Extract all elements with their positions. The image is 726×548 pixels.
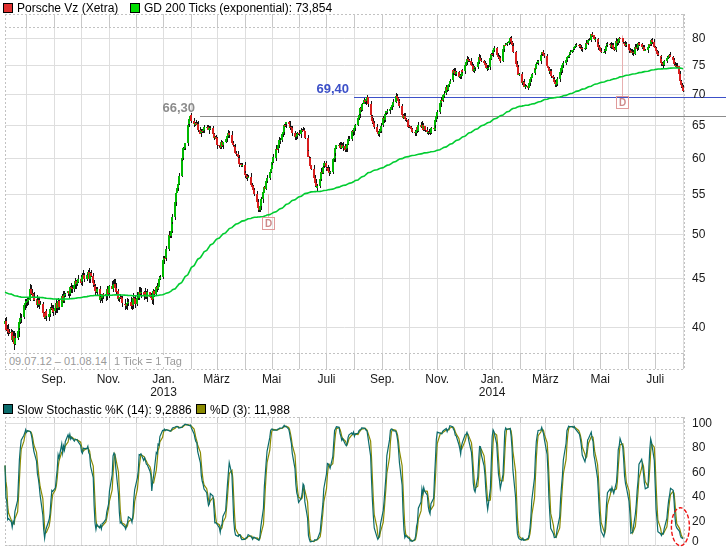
price-annotation-label: 66,30: [133, 100, 195, 115]
dividend-marker: D: [616, 96, 629, 109]
time-axis-month-label: März: [195, 372, 239, 386]
time-axis-year-label: 2013: [141, 385, 185, 399]
stochastic-axis-tick-label: 40: [692, 489, 705, 503]
stochastic-d-label: %D (3): 11,988: [210, 403, 290, 417]
time-axis-month-label: Mai: [578, 372, 622, 386]
stochastic-axis-tick-label: 80: [692, 440, 705, 454]
price-series-label: Porsche Vz (Xetra): [17, 1, 118, 15]
price-axis-tick-label: 75: [692, 58, 705, 72]
price-and-stochastic-canvas: [0, 0, 726, 548]
ma-series-label: GD 200 Ticks (exponential): 73,854: [144, 1, 332, 15]
stochastic-axis-tick-label: 100: [692, 416, 712, 430]
ma-series-swatch: [130, 3, 140, 13]
price-series-swatch: [3, 3, 13, 13]
time-axis-month-label: Sep.: [32, 372, 76, 386]
tick-unit-label: 1 Tick = 1 Tag: [112, 355, 184, 367]
time-axis-month-label: Sep.: [360, 372, 404, 386]
price-axis-tick-label: 40: [692, 320, 705, 334]
price-annotation-label: 69,40: [289, 81, 349, 96]
time-axis-month-label: März: [523, 372, 567, 386]
time-axis-month-label: Juli: [304, 372, 348, 386]
stochastic-axis-tick-label: 0: [692, 534, 699, 548]
time-axis-month-label: Mai: [250, 372, 294, 386]
time-axis-month-label: Juli: [633, 372, 677, 386]
price-axis-tick-label: 65: [692, 118, 705, 132]
time-axis-month-label: Jan.: [470, 372, 514, 386]
dividend-marker: D: [262, 217, 275, 230]
stochastic-k-label: Slow Stochastic %K (14): 9,2886: [17, 403, 192, 417]
time-axis-month-label: Nov.: [415, 372, 459, 386]
chart-page: Porsche Vz (Xetra) GD 200 Ticks (exponen…: [0, 0, 726, 548]
time-axis-month-label: Nov.: [87, 372, 131, 386]
time-axis-year-label: 2014: [470, 385, 514, 399]
price-axis-tick-label: 50: [692, 227, 705, 241]
date-range-label: 09.07.12 – 01.08.14: [7, 355, 109, 367]
price-axis-tick-label: 70: [692, 87, 705, 101]
stochastic-axis-tick-label: 20: [692, 514, 705, 528]
stochastic-d-swatch: [196, 404, 206, 414]
price-axis-tick-label: 60: [692, 151, 705, 165]
price-axis-tick-label: 55: [692, 187, 705, 201]
price-axis-tick-label: 45: [692, 271, 705, 285]
price-axis-tick-label: 80: [692, 31, 705, 45]
stochastic-k-swatch: [3, 404, 13, 414]
time-axis-month-label: Jan.: [141, 372, 185, 386]
stochastic-axis-tick-label: 60: [692, 465, 705, 479]
